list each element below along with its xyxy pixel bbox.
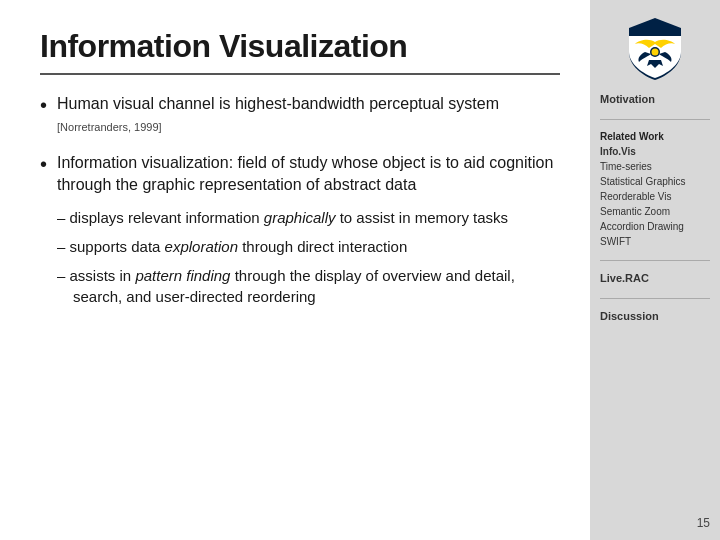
related-work-label: Related Work — [600, 131, 710, 142]
sub-bullet-3: assists in pattern finding through the d… — [57, 265, 560, 307]
sub-bullet-1: displays relevant information graphicall… — [57, 207, 560, 228]
sidebar: Motivation Related Work Info.Vis Time-se… — [590, 0, 720, 540]
slide: Information Visualization • Human visual… — [0, 0, 720, 540]
sidebar-item-reorderable[interactable]: Reorderable Vis — [600, 189, 710, 204]
sidebar-item-semantic[interactable]: Semantic Zoom — [600, 204, 710, 219]
discussion-label: Discussion — [600, 310, 710, 322]
sidebar-divider-1 — [600, 119, 710, 120]
sub-bullet-2-italic: exploration — [165, 238, 238, 255]
logo-container — [590, 10, 720, 82]
liverac-label: Live.RAC — [600, 272, 710, 284]
bullet1-citation: [Norretranders, 1999] — [57, 121, 162, 133]
svg-rect-0 — [629, 28, 681, 36]
main-content: Information Visualization • Human visual… — [0, 0, 590, 540]
svg-point-2 — [652, 49, 659, 56]
sub-bullet-2: supports data exploration through direct… — [57, 236, 560, 257]
bullet-item-2: • Information visualization: field of st… — [40, 152, 560, 315]
title-divider — [40, 73, 560, 75]
sidebar-item-statistical[interactable]: Statistical Graphics — [600, 174, 710, 189]
sub-bullet-1-italic: graphically — [264, 209, 336, 226]
motivation-label: Motivation — [600, 93, 710, 105]
sidebar-item-swift[interactable]: SWIFT — [600, 234, 710, 249]
sidebar-divider-2 — [600, 260, 710, 261]
liverac-section: Live.RAC — [590, 267, 720, 292]
bullet-dot-2: • — [40, 150, 47, 178]
bullet1-main: Human visual channel is highest-bandwidt… — [57, 95, 499, 112]
sub-bullet-list: displays relevant information graphicall… — [57, 207, 560, 307]
sidebar-item-accordion[interactable]: Accordion Drawing — [600, 219, 710, 234]
sidebar-item-infovis[interactable]: Info.Vis — [600, 144, 710, 159]
sidebar-divider-3 — [600, 298, 710, 299]
discussion-section: Discussion — [590, 305, 720, 330]
bullet-text-2: Information visualization: field of stud… — [57, 152, 560, 315]
related-work-section: Related Work Info.Vis Time-series Statis… — [590, 126, 720, 254]
page-number: 15 — [697, 516, 710, 530]
motivation-section: Motivation — [590, 88, 720, 113]
sidebar-item-timeseries[interactable]: Time-series — [600, 159, 710, 174]
bullet-text-1: Human visual channel is highest-bandwidt… — [57, 93, 560, 138]
bullet-dot-1: • — [40, 91, 47, 119]
bullet-list: • Human visual channel is highest-bandwi… — [40, 93, 560, 520]
bullet-item-1: • Human visual channel is highest-bandwi… — [40, 93, 560, 138]
bullet2-main: Information visualization: field of stud… — [57, 154, 553, 193]
slide-title: Information Visualization — [40, 28, 560, 65]
sub-bullet-3-italic: pattern finding — [135, 267, 230, 284]
ubc-logo — [621, 14, 689, 82]
